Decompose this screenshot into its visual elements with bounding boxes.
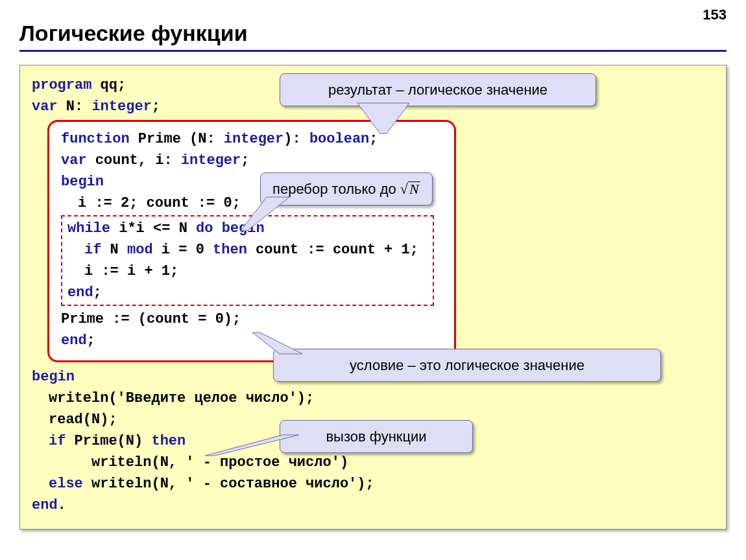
code-line: writeln(N, ' - простое число') — [32, 452, 714, 473]
code-line: Prime := (count = 0); — [61, 309, 442, 330]
code-line: writeln('Введите целое число'); — [32, 388, 714, 409]
sqrt-icon: √N — [400, 178, 420, 200]
code-line: end; — [67, 282, 427, 303]
loop-box: while i*i <= N do begin if N mod i = 0 t… — [61, 215, 434, 306]
function-box: function Prime (N: integer): boolean; va… — [47, 120, 456, 362]
code-block: результат – логическое значение перебор … — [19, 65, 727, 530]
callout-condition: условие – это логическое значение — [273, 349, 661, 382]
code-line: end. — [32, 495, 714, 516]
callout-result: результат – логическое значение — [280, 73, 596, 106]
code-line: if N mod i = 0 then count := count + 1; — [67, 239, 427, 261]
callout-loop-text: перебор только до — [272, 181, 400, 197]
callout-loop: перебор только до √N — [260, 172, 433, 205]
code-line: var count, i: integer; — [61, 150, 442, 171]
code-line: while i*i <= N do begin — [67, 218, 427, 239]
page-title: Логические функции — [19, 21, 727, 46]
code-line: function Prime (N: integer): boolean; — [61, 128, 442, 150]
callout-call: вызов функции — [280, 420, 473, 453]
code-line: else writeln(N, ' - составное число'); — [32, 473, 714, 495]
title-rule — [19, 50, 727, 52]
code-line: i := i + 1; — [67, 261, 427, 282]
page-number: 153 — [703, 6, 727, 23]
